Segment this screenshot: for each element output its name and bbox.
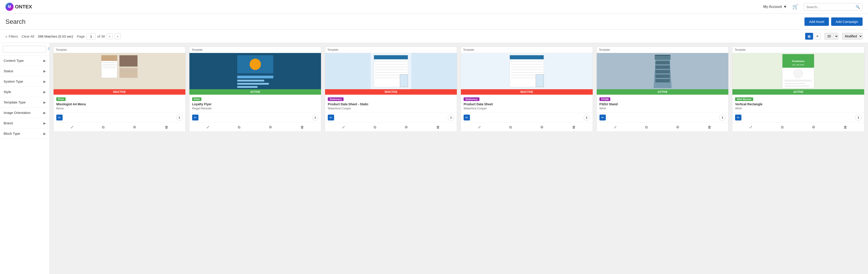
svg-rect-27 [400, 75, 408, 87]
sidebar-item-content-type[interactable]: Content Type ▶ [0, 55, 50, 66]
clear-all-button[interactable]: Clear All [22, 34, 34, 38]
card-4-settings-button[interactable]: ⚙ [539, 125, 544, 130]
card-4-info-button[interactable]: ℹ [584, 114, 590, 121]
brand-label: Brand [4, 121, 13, 125]
sidebar-item-image-orientation[interactable]: Image Orientation ▶ [0, 108, 50, 118]
card-1-settings-button[interactable]: ⚙ [132, 125, 137, 130]
cart-icon[interactable]: 🛒 [792, 4, 798, 10]
card-3-settings-button[interactable]: ⚙ [404, 125, 409, 130]
image-orientation-label: Image Orientation [4, 111, 31, 115]
card-6-delete-button[interactable]: 🗑 [843, 125, 848, 130]
add-asset-button[interactable]: Add Asset [804, 18, 829, 26]
card-6-edit-button[interactable]: ✏ [735, 115, 741, 120]
brand-arrow-icon: ▶ [43, 121, 46, 125]
card-4-type-label: Template [461, 47, 593, 53]
sidebar-item-system-type[interactable]: System Type ▶ [0, 76, 50, 87]
card-6-info-button[interactable]: ℹ [855, 114, 862, 121]
list-view-button[interactable]: ≡ [814, 33, 821, 39]
card-2-settings-button[interactable]: ⚙ [268, 125, 273, 130]
svg-rect-7 [119, 68, 137, 78]
card-2-status: ACTIVE [189, 89, 321, 95]
card-5-resize-button[interactable]: ⤢ [613, 125, 618, 130]
card-3-type-label: Template [325, 47, 457, 53]
card-1-info-button[interactable]: ℹ [176, 114, 183, 121]
sidebar-item-block-type[interactable]: Block Type ▶ [0, 128, 50, 139]
filters-toggle[interactable]: « Filters [5, 34, 18, 38]
card-5-actions-top: ✏ ℹ [597, 112, 728, 122]
template-type-arrow-icon: ▶ [43, 101, 46, 104]
svg-rect-47 [655, 55, 670, 56]
system-type-arrow-icon: ▶ [43, 80, 46, 83]
card-2-edit-button[interactable]: ✏ [192, 115, 198, 120]
pagination-info: Page of 38 ‹ › [77, 33, 121, 39]
header: M ONTEX My Account ▼ 🛒 🔍 [0, 0, 868, 14]
card-6-copy-button[interactable]: ⧉ [780, 125, 784, 130]
sidebar-search-icon[interactable]: 🔍 [48, 47, 50, 51]
sidebar-item-template-type[interactable]: Template Type ▶ [0, 97, 50, 108]
next-page-button[interactable]: › [115, 33, 121, 39]
svg-text:you can trust: you can trust [793, 64, 804, 66]
card-1-edit-button[interactable]: ✏ [56, 115, 63, 120]
card-5-edit-button[interactable]: ✏ [599, 115, 606, 120]
card-6-settings-button[interactable]: ⚙ [811, 125, 816, 130]
page-of-label: of 38 [97, 34, 105, 38]
sidebar-item-style[interactable]: Style ▶ [0, 87, 50, 97]
card-3-delete-button[interactable]: 🗑 [435, 125, 441, 130]
prev-page-button[interactable]: ‹ [107, 33, 113, 39]
card-3-body: Stationery Product Data Sheet - Static W… [325, 95, 457, 112]
system-type-label: System Type [4, 80, 23, 83]
card-1: Template INACTIVE Print Mixol [53, 47, 186, 132]
card-2-info-button[interactable]: ℹ [312, 114, 318, 121]
card-2-name: Loyalty Flyer [192, 102, 318, 106]
sort-select[interactable]: Modified Name Created [842, 33, 863, 39]
card-1-body: Print Mixologist A4 Menu Bevia [54, 95, 185, 112]
block-type-arrow-icon: ▶ [43, 132, 46, 135]
card-3-copy-button[interactable]: ⧉ [373, 125, 377, 130]
card-3-image [325, 53, 457, 89]
svg-rect-6 [119, 55, 137, 66]
card-6-resize-button[interactable]: ⤢ [748, 125, 753, 130]
card-5-settings-button[interactable]: ⚙ [675, 125, 680, 130]
card-5-copy-button[interactable]: ⧉ [644, 125, 649, 130]
card-3-info-button[interactable]: ℹ [448, 114, 454, 121]
card-3-edit-button[interactable]: ✏ [328, 115, 334, 120]
card-1-copy-button[interactable]: ⧉ [101, 125, 105, 130]
card-4-delete-button[interactable]: 🗑 [571, 125, 577, 130]
svg-rect-30 [510, 55, 544, 59]
logo-icon: M [5, 3, 13, 11]
sidebar-item-brand[interactable]: Brand ▶ [0, 118, 50, 128]
card-4-name: Product Data Sheet [464, 102, 590, 106]
card-2-resize-button[interactable]: ⤢ [206, 125, 210, 130]
sidebar-item-status[interactable]: Status ▶ [0, 66, 50, 76]
card-1-delete-button[interactable]: 🗑 [164, 125, 169, 130]
svg-rect-14 [237, 80, 264, 82]
card-5-info-button[interactable]: ℹ [719, 114, 725, 121]
page-title-bar: Search Add Asset Add Campaign [0, 14, 868, 30]
my-account-menu[interactable]: My Account ▼ [763, 5, 787, 9]
card-2-copy-button[interactable]: ⧉ [237, 125, 241, 130]
sidebar-search-input[interactable] [3, 46, 46, 53]
card-3-status: INACTIVE [325, 89, 457, 95]
card-2-delete-button[interactable]: 🗑 [300, 125, 305, 130]
global-search-input[interactable] [806, 5, 856, 9]
svg-rect-13 [237, 76, 273, 78]
matches-count: 398 Matches (0.03 sec) [38, 34, 73, 38]
card-6-tag: Web Banner [735, 98, 753, 101]
add-campaign-button[interactable]: Add Campaign [831, 18, 863, 26]
card-1-name: Mixologist A4 Menu [56, 102, 183, 106]
global-search-icon[interactable]: 🔍 [856, 5, 860, 9]
card-3-resize-button[interactable]: ⤢ [341, 125, 346, 130]
card-4: Template INACTIVE Statione [461, 47, 593, 132]
page-number-input[interactable] [87, 33, 96, 39]
per-page-select[interactable]: 20 50 100 [825, 33, 838, 39]
card-4-edit-button[interactable]: ✏ [464, 115, 470, 120]
grid-view-button[interactable]: ▦ [805, 33, 813, 39]
status-arrow-icon: ▶ [43, 69, 46, 73]
card-5-delete-button[interactable]: 🗑 [707, 125, 712, 130]
svg-rect-42 [655, 61, 670, 64]
card-1-resize-button[interactable]: ⤢ [70, 125, 74, 130]
card-5-brand: Whirl [599, 107, 726, 110]
svg-rect-41 [655, 55, 671, 60]
card-4-copy-button[interactable]: ⧉ [508, 125, 513, 130]
card-4-resize-button[interactable]: ⤢ [477, 125, 482, 130]
